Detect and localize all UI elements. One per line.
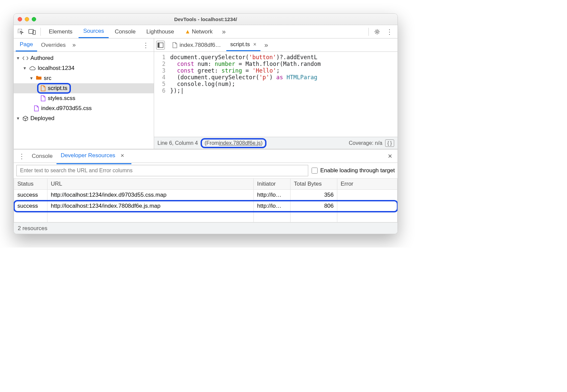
table-row[interactable]: success http://localhost:1234/index.d970… (14, 190, 398, 201)
table-row[interactable]: success http://localhost:1234/index.7808… (14, 201, 398, 212)
tree-file-stylesscss[interactable]: styles.scss (14, 93, 154, 103)
drawer-kebab-icon[interactable]: ⋮ (16, 151, 28, 162)
cell-status: success (14, 190, 47, 201)
disclosure-triangle-icon: ▼ (22, 66, 27, 71)
drawer-tab-label: Developer Resources (61, 152, 115, 159)
drawer-controls: Enable loading through target (14, 163, 398, 178)
search-input[interactable] (16, 165, 308, 176)
tree-host[interactable]: ▼ localhost:1234 (14, 63, 154, 73)
drawer-footer: 2 resources (14, 222, 398, 234)
tab-console[interactable]: Console (110, 26, 140, 38)
file-tab-label: index.7808df6… (180, 42, 221, 48)
tree-file-indexcss[interactable]: index.d9703d55.css (14, 103, 154, 113)
cell-bytes: 356 (291, 190, 337, 201)
window-controls (18, 17, 36, 21)
tree-deployed[interactable]: ▼ Deployed (14, 113, 154, 123)
tree-label: localhost:1234 (38, 65, 75, 72)
col-initiator[interactable]: Initiator (254, 179, 291, 190)
disclosure-triangle-icon: ▼ (16, 116, 20, 121)
table-header-row: Status URL Initiator Total Bytes Error (14, 179, 398, 190)
close-drawer-icon[interactable]: × (384, 151, 395, 162)
drawer-body: Enable loading through target Status URL… (14, 163, 398, 234)
cell-bytes: 806 (291, 201, 337, 212)
maximize-icon[interactable] (32, 17, 36, 21)
cell-url: http://localhost:1234/index.7808df6e.js.… (47, 201, 254, 212)
tree-label: Deployed (30, 115, 54, 122)
file-tab-index[interactable]: index.7808df6… (168, 39, 225, 51)
close-icon[interactable] (18, 17, 22, 21)
line-gutter: 123456 (154, 52, 168, 137)
code-content: document.querySelector('button')?.addEve… (168, 52, 398, 137)
pretty-print-icon[interactable]: { } (385, 139, 394, 147)
tab-sources[interactable]: Sources (79, 25, 109, 38)
inspect-icon[interactable] (16, 27, 26, 37)
cell-status: success (14, 201, 47, 212)
sourcemap-from[interactable]: (From index.7808df6e.js) (201, 138, 266, 148)
status-linecol: Line 6, Column 4 (157, 140, 198, 146)
checkbox[interactable] (312, 168, 318, 174)
more-tabs-chevron-icon[interactable]: » (219, 26, 229, 37)
col-status[interactable]: Status (14, 179, 47, 190)
disclosure-triangle-icon: ▼ (29, 76, 34, 81)
code-editor[interactable]: 123456 document.querySelector('button')?… (154, 52, 398, 137)
sourcemap-link[interactable]: index.7808df6e.js (219, 140, 261, 146)
cell-url: http://localhost:1234/index.d9703d55.css… (47, 190, 254, 201)
file-tab-scriptts[interactable]: script.ts × (226, 39, 260, 51)
file-icon (34, 105, 39, 111)
more-file-tabs-icon[interactable]: » (262, 39, 271, 51)
main-split: Page Overrides » ⋮ ▼ Authored ▼ localhos… (14, 38, 398, 149)
device-toggle-icon[interactable] (27, 27, 37, 37)
titlebar: DevTools - localhost:1234/ (14, 14, 398, 25)
editor-pane: index.7808df6… script.ts × » 123456 docu… (154, 38, 398, 149)
col-error[interactable]: Error (337, 179, 398, 190)
tree-label: Authored (30, 55, 53, 62)
drawer: ⋮ Console Developer Resources × × Enable… (14, 149, 398, 234)
kebab-menu-icon[interactable]: ⋮ (383, 26, 395, 37)
file-icon (40, 95, 46, 101)
settings-gear-icon[interactable] (372, 27, 382, 37)
more-nav-tabs-icon[interactable]: » (70, 39, 78, 51)
tab-page[interactable]: Page (16, 38, 37, 52)
drawer-tab-console[interactable]: Console (28, 150, 56, 162)
cell-error (337, 190, 398, 201)
tree-file-scriptts[interactable]: script.ts (14, 83, 154, 93)
file-icon (172, 42, 178, 48)
cell-initiator: http://lo… (254, 190, 291, 201)
tree-authored[interactable]: ▼ Authored (14, 53, 154, 63)
enable-target-checkbox[interactable]: Enable loading through target (312, 167, 395, 174)
svg-point-3 (376, 31, 378, 33)
file-tab-label: script.ts (230, 41, 250, 48)
svg-rect-2 (33, 30, 35, 34)
toggle-navigator-icon[interactable] (156, 41, 165, 50)
col-url[interactable]: URL (47, 179, 254, 190)
tree-label: index.d9703d55.css (41, 105, 92, 112)
drawer-tab-devres[interactable]: Developer Resources × (56, 148, 131, 164)
svg-rect-5 (158, 43, 159, 47)
cloud-icon (29, 66, 36, 71)
col-bytes[interactable]: Total Bytes (291, 179, 337, 190)
tab-overrides[interactable]: Overrides (37, 39, 70, 51)
navigator-tabs: Page Overrides » ⋮ (14, 38, 154, 52)
divider (40, 28, 41, 36)
tree-label: styles.scss (48, 95, 75, 102)
close-tab-icon[interactable]: × (253, 41, 256, 47)
tab-elements[interactable]: Elements (44, 26, 77, 38)
warning-icon: ▲ (185, 28, 191, 35)
tab-lighthouse[interactable]: Lighthouse (142, 26, 179, 38)
drawer-tabs: ⋮ Console Developer Resources × × (14, 150, 398, 163)
tree-label: script.ts (48, 85, 68, 92)
window-title: DevTools - localhost:1234/ (14, 16, 398, 22)
divider (368, 28, 369, 36)
navigator-kebab-icon[interactable]: ⋮ (140, 40, 152, 51)
code-icon (22, 56, 28, 61)
tab-network[interactable]: ▲Network (180, 26, 217, 38)
status-coverage: Coverage: n/a (349, 140, 382, 146)
tab-network-label: Network (192, 28, 213, 35)
disclosure-triangle-icon: ▼ (16, 56, 20, 61)
highlight-ring: script.ts (37, 83, 71, 94)
minimize-icon[interactable] (25, 17, 29, 21)
tree-folder-src[interactable]: ▼ src (14, 73, 154, 83)
box-icon (22, 116, 28, 121)
main-toolbar: Elements Sources Console Lighthouse ▲Net… (14, 25, 398, 38)
close-drawer-tab-icon[interactable]: × (117, 151, 128, 161)
